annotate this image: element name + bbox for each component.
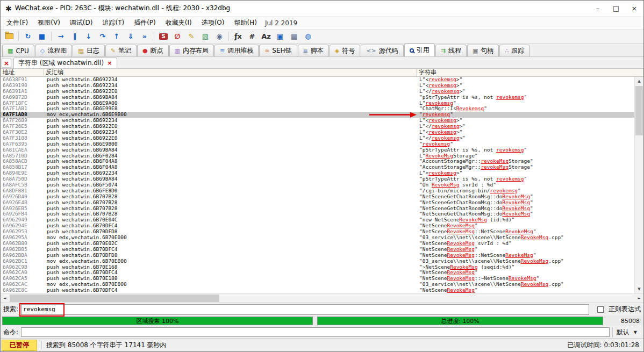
step-out-icon[interactable]: ↑ bbox=[110, 31, 123, 42]
string-row[interactable]: 6A7F1AB1push wechatwin.6B6E99E8"ChatMgr:… bbox=[1, 106, 634, 112]
string-row[interactable]: 6A7F3108push wechatwin.6B6922E0L"</revok… bbox=[1, 135, 634, 141]
close-all-tabs-button[interactable]: × bbox=[2, 58, 11, 68]
step-over-icon[interactable]: ↷ bbox=[96, 31, 109, 42]
memory-grid-icon[interactable]: ▦ bbox=[288, 31, 300, 42]
string-row[interactable]: 6A96295Amov edx,wechatwin.6B70E000"03_se… bbox=[1, 235, 634, 241]
string-row[interactable]: 6A962953push wechatwin.6B70DFD8"NetScene… bbox=[1, 229, 634, 235]
menu-item[interactable]: 调试(D) bbox=[65, 17, 98, 28]
text-encoding-icon[interactable]: Az bbox=[260, 31, 273, 42]
string-row[interactable]: 6A962B85push wechatwin.6B70DFC4"NetScene… bbox=[1, 247, 634, 253]
menu-item[interactable]: 追踪(T) bbox=[97, 17, 129, 28]
help-globe-icon[interactable]: ◍ bbox=[302, 31, 314, 42]
column-header-address[interactable]: 地址 bbox=[1, 69, 44, 76]
run-icon[interactable]: → bbox=[54, 31, 67, 42]
scroll-right-icon[interactable]: ► bbox=[635, 294, 643, 303]
string-row[interactable]: 6A926EB5push wechatwin.6B707B28"NetScene… bbox=[1, 206, 634, 212]
tab-source[interactable]: <>源代码 bbox=[361, 45, 403, 56]
tab-script[interactable]: ≣脚本 bbox=[298, 45, 329, 56]
stop-icon[interactable]: ■ bbox=[35, 31, 48, 42]
string-row[interactable]: 6A926FB4push wechatwin.6B707B28"NetScene… bbox=[1, 211, 634, 217]
notes-icon[interactable]: ✎ bbox=[185, 31, 198, 42]
tab-references[interactable]: 引用 bbox=[404, 44, 435, 56]
horizontal-scrollbar[interactable]: ◄ ► bbox=[1, 293, 643, 303]
string-row[interactable]: 6A8DF881push wechatwin.6B6FE8D0"/cgi-bin… bbox=[1, 188, 634, 194]
tab-strings-region[interactable]: 字符串 (区域 wechatwin.dll) × bbox=[13, 58, 117, 68]
watch-icon[interactable]: ◉ bbox=[213, 31, 226, 42]
string-row[interactable]: 6A962CA0push wechatwin.6B70DFC4"NetScene… bbox=[1, 270, 634, 276]
menu-item[interactable]: 视图(V) bbox=[33, 17, 65, 28]
tab-seh[interactable]: ∞SEH链 bbox=[259, 45, 297, 56]
regex-label[interactable]: 正则表达式 bbox=[609, 305, 641, 314]
string-row[interactable]: 6A96294Epush wechatwin.6B70DFC4"NetScene… bbox=[1, 223, 634, 229]
subtab-close-icon[interactable]: × bbox=[107, 60, 112, 67]
tab-memory-map[interactable]: ▥内存布局 bbox=[169, 45, 214, 56]
tab-log[interactable]: ▤日志 bbox=[73, 45, 104, 56]
string-row[interactable]: 6A926D40push wechatwin.6B707B28"NetScene… bbox=[1, 194, 634, 200]
string-row[interactable]: 6A85710Dpush wechatwin.6B6F0284L"RevokeM… bbox=[1, 153, 634, 159]
column-header-string[interactable]: 字符串 bbox=[417, 69, 643, 76]
functions-icon[interactable]: ƒx bbox=[232, 31, 245, 42]
string-row[interactable]: 6A962BC1mov edx,wechatwin.6B70E000"03_se… bbox=[1, 258, 634, 264]
column-header-disassembly[interactable]: 反汇编 bbox=[44, 69, 417, 76]
regex-checkbox[interactable] bbox=[597, 306, 604, 313]
string-row[interactable]: 6A6391A1push wechatwin.6B6922E0L"</revok… bbox=[1, 89, 634, 95]
tab-breakpoints[interactable]: ●断点 bbox=[137, 45, 169, 56]
command-input[interactable] bbox=[21, 327, 610, 337]
string-row[interactable]: 6A962CACmov edx,wechatwin.6B70E000"03_se… bbox=[1, 282, 634, 288]
vertical-scroll-thumb[interactable] bbox=[635, 86, 643, 135]
string-row[interactable]: 6A7F18FCpush wechatwin.6B6E9A00L"revokem… bbox=[1, 100, 634, 106]
menu-item[interactable]: 选项(O) bbox=[197, 17, 230, 28]
string-row[interactable]: 6A7F6395push wechatwin.6B6E9B00"revokems… bbox=[1, 141, 634, 147]
string-row[interactable]: 6A69872Dpush wechatwin.6B69BA84"pStrType… bbox=[1, 95, 634, 100]
string-row[interactable]: 6A8A750Dpush wechatwin.6B69BA84"pStrType… bbox=[1, 176, 634, 182]
string-row[interactable]: 6A7F26B9push wechatwin.6B692234L"<revoke… bbox=[1, 118, 634, 124]
close-button[interactable]: × bbox=[625, 1, 643, 16]
tab-cpu[interactable]: ▦CPU bbox=[2, 45, 34, 56]
string-row[interactable]: 6A8AFC5Bpush wechatwin.6B6F5074"On Revok… bbox=[1, 182, 634, 188]
scroll-down-icon[interactable]: ▼ bbox=[635, 285, 643, 293]
step-into-icon[interactable]: ↓ bbox=[82, 31, 95, 42]
restart-icon[interactable]: ↻ bbox=[22, 31, 34, 42]
menu-item[interactable]: 插件(P) bbox=[129, 17, 161, 28]
patch-icon[interactable]: ▧ bbox=[199, 31, 212, 42]
vertical-scrollbar[interactable]: ▲ ▼ bbox=[634, 77, 643, 293]
search-input[interactable] bbox=[21, 304, 589, 315]
tab-symbols[interactable]: ◈符号 bbox=[330, 45, 360, 56]
command-profile-dropdown[interactable]: 默认 ▼ bbox=[612, 327, 641, 337]
trace-into-icon[interactable]: » bbox=[138, 31, 151, 42]
tab-threads[interactable]: ⇉线程 bbox=[435, 45, 467, 56]
string-row[interactable]: 6A962949push wechatwin.6B70E04C"new NetS… bbox=[1, 217, 634, 223]
horizontal-scroll-thumb[interactable] bbox=[10, 294, 219, 302]
tab-notes[interactable]: ✎笔记 bbox=[105, 45, 137, 56]
string-row[interactable]: 6A858B17push wechatwin.6B6F04A8"AccountS… bbox=[1, 164, 634, 170]
tab-call-stack[interactable]: ≡调用堆栈 bbox=[214, 45, 259, 56]
string-row[interactable]: 6A858ACDpush wechatwin.6B6F04A8"AccountS… bbox=[1, 159, 634, 164]
tab-trace[interactable]: ∴跟踪 bbox=[499, 45, 529, 56]
string-row[interactable]: 6A962C9Bpush wechatwin.6B70E168"~NetScen… bbox=[1, 264, 634, 270]
settings-icon[interactable]: S bbox=[157, 31, 170, 42]
menu-item[interactable]: 文件(F) bbox=[2, 17, 33, 28]
scroll-up-icon[interactable]: ▲ bbox=[635, 77, 643, 85]
string-row[interactable]: 6A81CAEApush wechatwin.6B69BA84"pStrType… bbox=[1, 147, 634, 153]
string-row[interactable]: 6A962BBApush wechatwin.6B70DFD8"NetScene… bbox=[1, 253, 634, 258]
string-row[interactable]: 6A962CA5push wechatwin.6B70E188"NetScene… bbox=[1, 276, 634, 282]
hash-icon[interactable]: # bbox=[246, 31, 259, 42]
window-icon[interactable]: ▣ bbox=[274, 31, 287, 42]
string-row[interactable]: 6A894E9Epush wechatwin.6B692234L"<revoke… bbox=[1, 170, 634, 176]
tab-handles[interactable]: ▣句柄 bbox=[467, 45, 499, 56]
string-row[interactable]: 6A639190push wechatwin.6B692234L"<revoke… bbox=[1, 83, 634, 89]
string-row[interactable]: 6A638F91push wechatwin.6B692234L"<revoke… bbox=[1, 77, 634, 83]
open-file-icon[interactable] bbox=[3, 31, 16, 42]
run-to-cursor-icon[interactable]: ⇓ bbox=[124, 31, 137, 42]
remove-breakpoints-icon[interactable]: ∅ bbox=[171, 31, 184, 42]
string-row[interactable]: 6A926E4Bpush wechatwin.6B707B28"NetScene… bbox=[1, 200, 634, 206]
pause-icon[interactable]: ‖ bbox=[68, 31, 81, 42]
menu-item[interactable]: 帮助(H) bbox=[229, 17, 261, 28]
string-row[interactable]: 6A7F30E2push wechatwin.6B692234L"<revoke… bbox=[1, 130, 634, 135]
menu-item[interactable]: 收藏夹(I) bbox=[161, 17, 197, 28]
maximize-button[interactable]: □ bbox=[607, 1, 625, 16]
minimize-button[interactable]: – bbox=[589, 1, 607, 16]
string-row[interactable]: 6A7F26E5push wechatwin.6B6922E0L"</revok… bbox=[1, 124, 634, 130]
string-row[interactable]: 6A7F1AD8mov ecx,wechatwin.6B6E9B00"revok… bbox=[1, 112, 634, 118]
tab-graph[interactable]: ◇流程图 bbox=[35, 45, 72, 56]
